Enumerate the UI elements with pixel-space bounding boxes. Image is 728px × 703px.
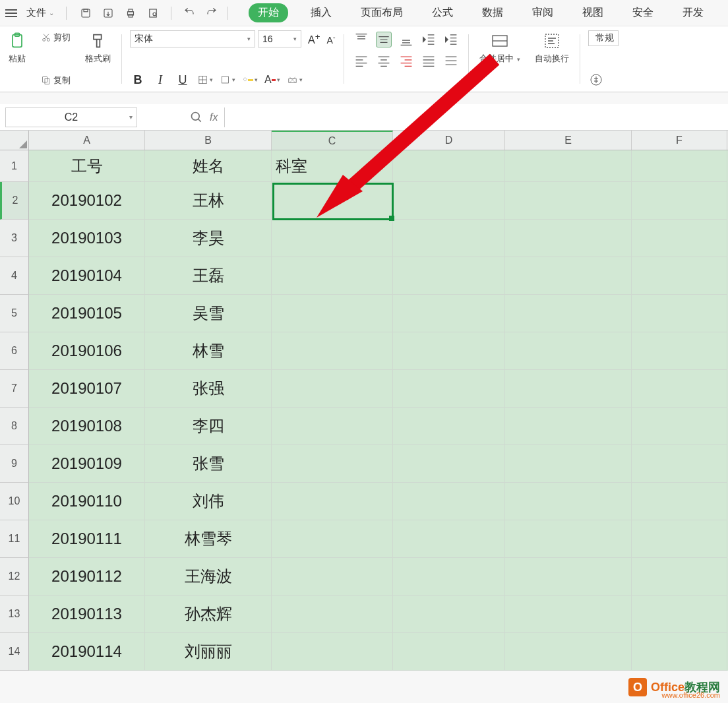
- cell[interactable]: 20190105: [29, 295, 145, 332]
- bold-button[interactable]: B: [130, 72, 146, 88]
- cell[interactable]: [393, 558, 505, 596]
- print-icon[interactable]: [123, 6, 138, 20]
- distribute-icon[interactable]: [443, 53, 459, 69]
- fill-color-button[interactable]: ▾: [242, 72, 258, 88]
- row-header[interactable]: 12: [0, 558, 29, 596]
- cell[interactable]: [505, 257, 632, 295]
- cell[interactable]: [393, 596, 505, 633]
- cell[interactable]: 20190107: [29, 370, 145, 408]
- cell[interactable]: [505, 633, 632, 671]
- cell[interactable]: 20190106: [29, 332, 145, 370]
- cell[interactable]: [505, 150, 632, 182]
- format-painter-button[interactable]: 格式刷: [82, 30, 113, 66]
- zoom-icon[interactable]: [190, 111, 203, 124]
- cell[interactable]: [272, 520, 393, 558]
- align-top-icon[interactable]: [353, 32, 369, 47]
- cell[interactable]: [632, 182, 727, 220]
- cell[interactable]: 20190108: [29, 408, 145, 445]
- cell[interactable]: [505, 220, 632, 257]
- copy-button[interactable]: 复制: [38, 73, 73, 88]
- cell[interactable]: [505, 408, 632, 445]
- row-header[interactable]: 6: [0, 332, 29, 370]
- cell[interactable]: [272, 257, 393, 295]
- row-header[interactable]: 11: [0, 520, 29, 558]
- cell[interactable]: [272, 220, 393, 257]
- cell[interactable]: [272, 596, 393, 633]
- merge-center-button[interactable]: 合并居中 ▾: [477, 30, 524, 66]
- col-header-C[interactable]: C: [272, 131, 393, 150]
- align-left-icon[interactable]: [353, 53, 369, 69]
- cell[interactable]: [505, 295, 632, 332]
- cell[interactable]: [505, 483, 632, 520]
- cell[interactable]: [505, 558, 632, 596]
- increase-font-icon[interactable]: A+: [308, 32, 320, 46]
- cell[interactable]: 李四: [145, 408, 272, 445]
- col-header-A[interactable]: A: [29, 131, 145, 150]
- save-icon[interactable]: [78, 6, 93, 20]
- borders-button[interactable]: ▾: [197, 72, 213, 88]
- row-header[interactable]: 8: [0, 408, 29, 445]
- justify-icon[interactable]: [421, 53, 437, 69]
- cell[interactable]: [632, 633, 727, 671]
- tab-home[interactable]: 开始: [249, 3, 288, 22]
- cell[interactable]: 姓名: [145, 150, 272, 182]
- name-box[interactable]: C2 ▾: [5, 107, 137, 127]
- cell[interactable]: [272, 445, 393, 483]
- cell[interactable]: [272, 408, 393, 445]
- cell[interactable]: [272, 483, 393, 520]
- cell[interactable]: [393, 520, 505, 558]
- cell[interactable]: 李昊: [145, 220, 272, 257]
- currency-icon[interactable]: [588, 72, 604, 88]
- cell[interactable]: [393, 408, 505, 445]
- align-right-icon[interactable]: [398, 53, 414, 69]
- fx-icon[interactable]: fx: [210, 111, 218, 123]
- tab-formulas[interactable]: 公式: [425, 3, 460, 22]
- cell[interactable]: 科室: [272, 150, 393, 182]
- cell[interactable]: 20190102: [29, 182, 145, 220]
- row-header[interactable]: 13: [0, 596, 29, 633]
- cell[interactable]: 刘丽丽: [145, 633, 272, 671]
- cell[interactable]: [393, 332, 505, 370]
- cell[interactable]: 20190104: [29, 257, 145, 295]
- cell[interactable]: [632, 408, 727, 445]
- underline-button[interactable]: U: [175, 72, 191, 88]
- row-header[interactable]: 7: [0, 370, 29, 408]
- tab-review[interactable]: 审阅: [526, 3, 560, 22]
- cell[interactable]: [632, 483, 727, 520]
- cell[interactable]: 张强: [145, 370, 272, 408]
- cell[interactable]: [632, 332, 727, 370]
- cell[interactable]: [393, 182, 505, 220]
- cell[interactable]: 林雪: [145, 332, 272, 370]
- file-menu[interactable]: 文件 ⌄: [22, 4, 58, 22]
- cell[interactable]: [393, 633, 505, 671]
- cell[interactable]: 王磊: [145, 257, 272, 295]
- tab-developer[interactable]: 开发: [676, 3, 710, 22]
- col-header-B[interactable]: B: [145, 131, 272, 150]
- tab-page-layout[interactable]: 页面布局: [354, 3, 410, 22]
- cell[interactable]: 吴雪: [145, 295, 272, 332]
- cell[interactable]: [272, 370, 393, 408]
- clear-format-button[interactable]: ▾: [287, 72, 303, 88]
- cell[interactable]: [393, 150, 505, 182]
- cell[interactable]: 20190109: [29, 445, 145, 483]
- tab-security[interactable]: 安全: [626, 3, 660, 22]
- cell[interactable]: 20190112: [29, 558, 145, 596]
- cell[interactable]: 20190111: [29, 520, 145, 558]
- increase-indent-icon[interactable]: [443, 32, 459, 47]
- cell[interactable]: [632, 257, 727, 295]
- cell[interactable]: [272, 332, 393, 370]
- cell[interactable]: 20190103: [29, 220, 145, 257]
- italic-button[interactable]: I: [152, 72, 168, 88]
- font-size-select[interactable]: 16▾: [258, 30, 301, 47]
- cell[interactable]: 20190113: [29, 596, 145, 633]
- font-name-select[interactable]: 宋体▾: [130, 30, 255, 47]
- tab-insert[interactable]: 插入: [304, 3, 338, 22]
- cell[interactable]: [505, 332, 632, 370]
- redo-icon[interactable]: [204, 6, 219, 20]
- cell[interactable]: [393, 295, 505, 332]
- cell[interactable]: [632, 370, 727, 408]
- cell[interactable]: 刘伟: [145, 483, 272, 520]
- cell[interactable]: 20190110: [29, 483, 145, 520]
- row-header[interactable]: 10: [0, 483, 29, 520]
- cell[interactable]: [272, 633, 393, 671]
